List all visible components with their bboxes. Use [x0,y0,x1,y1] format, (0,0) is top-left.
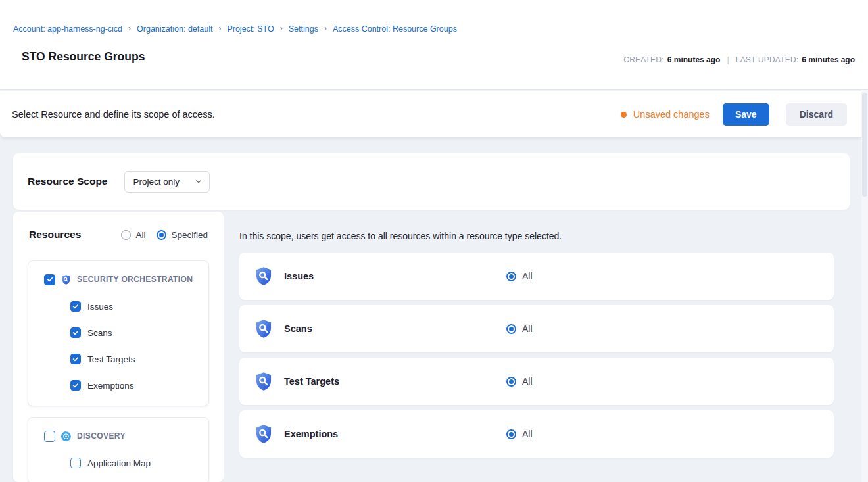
radio-dot [159,233,164,237]
radio-dot [509,379,514,384]
shield-search-icon [60,274,72,285]
access-all-radio[interactable] [506,377,516,387]
breadcrumb-separator-icon: › [128,24,131,33]
resource-checkbox[interactable] [70,301,81,312]
resource-group-label: SECURITY ORCHESTRATION [77,275,193,284]
resource-group-header: DISCOVERY [28,426,208,446]
check-icon [72,381,80,389]
radio-option-all[interactable]: All [121,230,145,240]
resource-label: Application Map [87,458,151,468]
breadcrumb-separator-icon: › [324,24,327,33]
resource-group-page: Account: app-harness-ng-cicd›Organizatio… [0,0,868,482]
resource-scope-select[interactable]: Project only [124,171,210,193]
resource-group-label: DISCOVERY [77,431,126,441]
page-title: STO Resource Groups [22,50,145,64]
access-radio-option[interactable]: All [506,271,533,281]
chevron-down-icon [194,177,203,186]
breadcrumb-link[interactable]: Access Control: Resource Groups [333,24,457,34]
resource-checkbox[interactable] [70,354,81,364]
resource-checkbox[interactable] [70,458,81,468]
scope-detail-panel: In this scope, users get access to all r… [239,229,834,463]
resource-checkbox-row: Issues [70,293,208,320]
breadcrumb: Account: app-harness-ng-cicd›Organizatio… [13,24,457,34]
shield-search-icon [253,266,274,287]
resource-checkbox-row: Exemptions [70,372,208,398]
check-icon [72,355,80,363]
all-radio-label: All [135,230,145,240]
access-all-label: All [522,429,533,439]
resource-type-label: Issues [284,271,314,281]
resource-groups: SECURITY ORCHESTRATION Issues Scans Test… [13,241,224,482]
meta-separator: | [727,55,729,64]
resource-group-card: SECURITY ORCHESTRATION Issues Scans Test… [28,260,209,406]
resource-access-row: Issues All [239,253,834,300]
check-icon [72,329,80,337]
access-radio-option[interactable]: All [506,324,533,334]
resource-label: Exemptions [87,381,134,391]
resources-panel-header: Resources All Specified [13,212,224,241]
radio-option-specified[interactable]: Specified [157,230,208,240]
resource-checkbox-row: Test Targets [70,346,208,372]
radar-icon [60,431,72,442]
breadcrumb-link[interactable]: Account: app-harness-ng-cicd [13,24,122,34]
breadcrumb-separator-icon: › [280,24,283,33]
resource-scope-label: Resource Scope [28,176,107,187]
shield-search-icon [253,423,274,445]
breadcrumb-link[interactable]: Organization: default [137,24,212,34]
timestamps: CREATED: 6 minutes ago | LAST UPDATED: 6… [623,55,855,64]
access-all-radio[interactable] [506,272,516,281]
group-checkbox[interactable] [44,274,55,285]
resource-access-row: Scans All [239,305,834,352]
resource-checkbox-row: Application Map [70,450,208,476]
resource-checkbox[interactable] [70,380,81,391]
access-all-label: All [522,324,533,334]
resource-label: Issues [87,302,113,312]
created-label: CREATED: [623,55,663,64]
scope-description: In this scope, users get access to all r… [239,229,834,243]
resource-group-children: Application Map [28,446,208,477]
access-all-label: All [522,271,533,281]
toolbar-description: Select Resource and define its scope of … [12,109,215,120]
resources-mode-radio-group: All Specified [121,230,208,240]
access-all-radio[interactable] [506,324,516,334]
unsaved-changes-status: Unsaved changes [621,109,710,120]
breadcrumb-link[interactable]: Project: STO [227,24,274,34]
group-checkbox[interactable] [44,431,55,442]
resource-access-row: Test Targets All [239,358,834,405]
resource-checkbox-row: Scans [70,320,208,346]
access-radio-option[interactable]: All [506,429,533,439]
created-value: 6 minutes ago [667,55,721,64]
unsaved-label: Unsaved changes [633,109,710,120]
access-radio-option[interactable]: All [506,376,533,387]
vertical-scrollbar-thumb[interactable] [862,93,867,197]
save-button[interactable]: Save [723,103,769,126]
resource-label: Test Targets [87,354,135,364]
resource-type-label: Test Targets [284,376,339,387]
resource-label: Scans [87,328,112,338]
breadcrumb-link[interactable]: Settings [289,24,318,34]
specified-radio-label: Specified [171,230,208,240]
discard-button[interactable]: Discard [786,103,847,126]
shield-search-icon [253,371,274,392]
breadcrumb-separator-icon: › [218,24,221,33]
resource-scope-selected-value: Project only [133,177,180,187]
resource-scope-card: Resource Scope Project only [13,153,850,210]
scope-rows: Issues All Scans All Test Targets [239,253,834,458]
resource-access-row: Exemptions All [239,410,834,458]
specified-radio [157,230,166,240]
radio-dot [509,327,514,331]
access-all-label: All [522,376,533,387]
resources-title: Resources [29,229,81,241]
page-header: Account: app-harness-ng-cicd›Organizatio… [0,0,868,90]
toolbar-actions: Unsaved changes Save Discard [621,103,847,126]
radio-dot [509,432,514,437]
check-icon [46,276,54,283]
resource-checkbox[interactable] [70,327,81,338]
unsaved-dot-icon [621,112,627,118]
vertical-scrollbar-track[interactable] [861,90,868,482]
resource-group-card: DISCOVERY Application Map [28,417,209,482]
all-radio [121,230,131,240]
access-all-radio[interactable] [506,429,516,439]
resource-group-children: Issues Scans Test Targets Exemptions [28,289,208,400]
toolbar: Select Resource and define its scope of … [0,91,864,137]
